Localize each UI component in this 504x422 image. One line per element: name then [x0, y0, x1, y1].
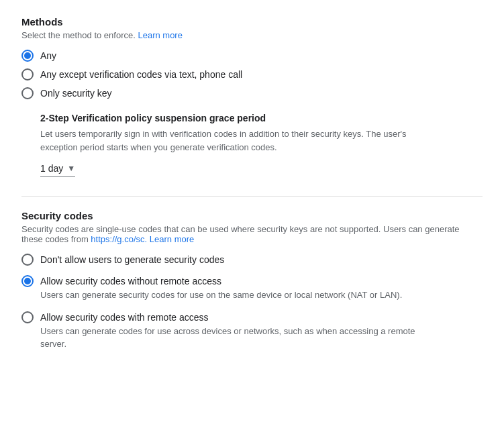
methods-description: Select the method to enforce. Learn more: [21, 30, 483, 40]
radio-row-allow-without-remote[interactable]: Allow security codes without remote acce…: [21, 275, 483, 287]
radio-circle-any-except: [21, 68, 34, 81]
radio-label-only-security-key: Only security key: [40, 88, 112, 99]
grace-period-section: 2-Step Verification policy suspension gr…: [40, 113, 483, 177]
radio-inner-any: [24, 52, 31, 59]
dropdown-arrow-icon: ▼: [67, 164, 75, 173]
radio-option-any-except[interactable]: Any except verification codes via text, …: [21, 68, 483, 81]
radio-option-dont-allow: Don't allow users to generate security c…: [21, 254, 483, 266]
section-divider: [21, 196, 483, 197]
security-codes-description: Security codes are single-use codes that…: [21, 224, 483, 244]
grace-period-title: 2-Step Verification policy suspension gr…: [40, 113, 483, 123]
radio-desc-allow-without-remote: Users can generate security codes for us…: [40, 288, 430, 302]
radio-row-dont-allow[interactable]: Don't allow users to generate security c…: [21, 254, 483, 266]
radio-label-any-except: Any except verification codes via text, …: [40, 69, 242, 80]
grace-period-value: 1 day: [40, 163, 63, 174]
security-codes-link[interactable]: https://g.co/sc.: [91, 234, 147, 244]
radio-option-allow-without-remote: Allow security codes without remote acce…: [21, 275, 483, 302]
radio-circle-dont-allow: [21, 254, 34, 266]
radio-label-allow-with-remote: Allow security codes with remote access: [40, 312, 209, 323]
security-codes-title: Security codes: [21, 210, 483, 221]
radio-option-allow-with-remote: Allow security codes with remote access …: [21, 311, 483, 351]
radio-circle-allow-with-remote: [21, 311, 34, 323]
security-codes-radio-group: Don't allow users to generate security c…: [21, 254, 483, 351]
radio-circle-only-security-key: [21, 87, 34, 99]
security-codes-learn-more[interactable]: Learn more: [150, 234, 194, 244]
radio-label-allow-without-remote: Allow security codes without remote acce…: [40, 276, 221, 286]
radio-circle-allow-without-remote: [21, 275, 34, 287]
radio-inner-allow-without-remote: [24, 278, 31, 284]
radio-option-any[interactable]: Any: [21, 50, 483, 62]
methods-title: Methods: [21, 16, 483, 28]
radio-label-any: Any: [40, 50, 56, 61]
radio-label-dont-allow: Don't allow users to generate security c…: [40, 254, 224, 265]
grace-period-description: Let users temporarily sign in with verif…: [40, 127, 430, 154]
radio-circle-any: [21, 50, 34, 62]
methods-radio-group: Any Any except verification codes via te…: [21, 50, 483, 99]
security-codes-section: Security codes Security codes are single…: [21, 210, 483, 351]
methods-learn-more-link[interactable]: Learn more: [138, 30, 182, 40]
radio-desc-allow-with-remote: Users can generate codes for use across …: [40, 325, 430, 351]
radio-row-allow-with-remote[interactable]: Allow security codes with remote access: [21, 311, 483, 323]
radio-option-only-security-key[interactable]: Only security key: [21, 87, 483, 99]
methods-section: Methods Select the method to enforce. Le…: [21, 16, 483, 177]
grace-period-dropdown[interactable]: 1 day ▼: [40, 163, 75, 177]
